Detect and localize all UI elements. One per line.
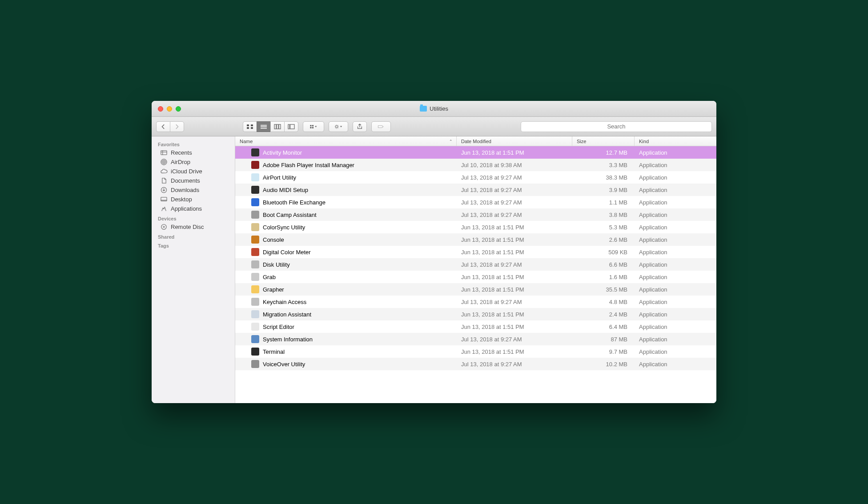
svg-point-28 — [163, 161, 165, 163]
column-headers: Name ⌃ Date Modified Size Kind — [235, 136, 716, 146]
view-mode-buttons — [243, 121, 298, 132]
zoom-light[interactable] — [176, 106, 181, 112]
file-row[interactable]: ColorSync UtilityJun 13, 2018 at 1:51 PM… — [235, 221, 716, 233]
action-button[interactable] — [329, 121, 348, 132]
file-date: Jun 13, 2018 at 1:51 PM — [457, 324, 572, 330]
share-button[interactable] — [353, 121, 367, 132]
file-name: Audio MIDI Setup — [263, 187, 308, 193]
file-row[interactable]: GrabJun 13, 2018 at 1:51 PM1.6 MBApplica… — [235, 271, 716, 283]
sidebar-item[interactable]: Documents — [152, 176, 235, 185]
content-area: Name ⌃ Date Modified Size Kind Activity … — [235, 136, 716, 403]
file-size: 10.2 MB — [572, 361, 635, 368]
sidebar-item[interactable]: iCloud Drive — [152, 167, 235, 176]
column-view-button[interactable] — [270, 121, 284, 132]
file-row[interactable]: Adobe Flash Player Install ManagerJul 10… — [235, 159, 716, 171]
svg-line-24 — [338, 125, 338, 125]
titlebar: Utilities — [152, 101, 716, 117]
file-date: Jul 13, 2018 at 9:27 AM — [457, 261, 572, 268]
app-icon — [251, 285, 259, 293]
file-row[interactable]: Audio MIDI SetupJul 13, 2018 at 9:27 AM3… — [235, 184, 716, 196]
file-row[interactable]: Disk UtilityJul 13, 2018 at 9:27 AM6.6 M… — [235, 258, 716, 271]
file-date: Jul 13, 2018 at 9:27 AM — [457, 361, 572, 368]
file-kind: Application — [635, 286, 716, 293]
svg-rect-9 — [279, 124, 281, 129]
file-row[interactable]: Migration AssistantJun 13, 2018 at 1:51 … — [235, 308, 716, 320]
file-row[interactable]: Keychain AccessJul 13, 2018 at 9:27 AM4.… — [235, 296, 716, 308]
date-column-header[interactable]: Date Modified — [457, 136, 572, 146]
app-icon — [251, 211, 259, 219]
file-name: VoiceOver Utility — [263, 361, 305, 368]
file-kind: Application — [635, 299, 716, 305]
sidebar-item[interactable]: Remote Disc — [152, 222, 235, 232]
file-date: Jun 13, 2018 at 1:51 PM — [457, 149, 572, 156]
name-column-label: Name — [240, 139, 253, 144]
close-light[interactable] — [158, 106, 163, 112]
sidebar-item-label: Recents — [171, 149, 192, 156]
file-row[interactable]: AirPort UtilityJul 13, 2018 at 9:27 AM38… — [235, 171, 716, 184]
kind-column-header[interactable]: Kind — [635, 136, 716, 146]
sidebar-item[interactable]: AirDrop — [152, 157, 235, 167]
file-name: Migration Assistant — [263, 311, 311, 318]
sidebar-item[interactable]: Recents — [152, 148, 235, 157]
svg-rect-0 — [247, 124, 249, 126]
app-icon — [251, 236, 259, 244]
icon-view-button[interactable] — [243, 121, 257, 132]
app-icon — [251, 335, 259, 343]
sidebar-item[interactable]: Applications — [152, 204, 235, 213]
minimize-light[interactable] — [167, 106, 172, 112]
list-view-button[interactable] — [257, 121, 270, 132]
file-kind: Application — [635, 162, 716, 168]
file-row[interactable]: Activity MonitorJun 13, 2018 at 1:51 PM1… — [235, 146, 716, 159]
file-date: Jul 13, 2018 at 9:27 AM — [457, 299, 572, 305]
file-size: 35.5 MB — [572, 286, 635, 293]
svg-rect-10 — [288, 124, 289, 129]
file-size: 1.1 MB — [572, 199, 635, 206]
svg-line-22 — [338, 128, 338, 128]
file-size: 4.8 MB — [572, 299, 635, 305]
app-icon — [251, 198, 259, 206]
file-size: 3.9 MB — [572, 187, 635, 193]
name-column-header[interactable]: Name ⌃ — [235, 136, 457, 146]
sidebar-item[interactable]: Downloads — [152, 185, 235, 195]
file-row[interactable]: Digital Color MeterJun 13, 2018 at 1:51 … — [235, 246, 716, 258]
window-title: Utilities — [152, 105, 716, 112]
file-kind: Application — [635, 149, 716, 156]
file-row[interactable]: Bluetooth File ExchangeJul 13, 2018 at 9… — [235, 196, 716, 208]
app-icon — [251, 248, 259, 256]
sort-indicator-icon: ⌃ — [449, 139, 453, 144]
file-row[interactable]: Script EditorJun 13, 2018 at 1:51 PM6.4 … — [235, 320, 716, 333]
file-row[interactable]: GrapherJun 13, 2018 at 1:51 PM35.5 MBApp… — [235, 283, 716, 296]
file-date: Jun 13, 2018 at 1:51 PM — [457, 249, 572, 256]
file-name: Keychain Access — [263, 299, 306, 305]
file-name: ColorSync Utility — [263, 224, 305, 231]
sidebar-item-label: Remote Disc — [171, 224, 204, 230]
file-row[interactable]: Boot Camp AssistantJul 13, 2018 at 9:27 … — [235, 208, 716, 221]
file-row[interactable]: VoiceOver UtilityJul 13, 2018 at 9:27 AM… — [235, 358, 716, 370]
size-column-header[interactable]: Size — [572, 136, 635, 146]
sidebar-heading: Favorites — [152, 139, 235, 148]
file-size: 3.3 MB — [572, 162, 635, 168]
tag-button[interactable] — [371, 121, 391, 132]
app-icon — [251, 161, 259, 169]
back-button[interactable] — [156, 121, 170, 132]
file-kind: Application — [635, 236, 716, 243]
file-size: 5.3 MB — [572, 224, 635, 231]
file-name: Console — [263, 236, 284, 243]
arrange-button[interactable] — [303, 121, 324, 132]
svg-rect-1 — [251, 124, 253, 126]
sidebar-item[interactable]: Desktop — [152, 195, 235, 204]
file-name: AirPort Utility — [263, 174, 296, 181]
sidebar-item-label: iCloud Drive — [171, 168, 202, 175]
file-row[interactable]: System InformationJul 13, 2018 at 9:27 A… — [235, 333, 716, 345]
file-size: 2.6 MB — [572, 236, 635, 243]
file-row[interactable]: ConsoleJun 13, 2018 at 1:51 PM2.6 MBAppl… — [235, 233, 716, 246]
search-input[interactable] — [521, 121, 712, 132]
gallery-view-button[interactable] — [284, 121, 298, 132]
file-date: Jul 13, 2018 at 9:27 AM — [457, 187, 572, 193]
file-size: 509 KB — [572, 249, 635, 256]
size-column-label: Size — [577, 139, 586, 144]
forward-button[interactable] — [170, 121, 184, 132]
file-date: Jul 13, 2018 at 9:27 AM — [457, 199, 572, 206]
file-kind: Application — [635, 249, 716, 256]
file-row[interactable]: TerminalJun 13, 2018 at 1:51 PM9.7 MBApp… — [235, 345, 716, 358]
